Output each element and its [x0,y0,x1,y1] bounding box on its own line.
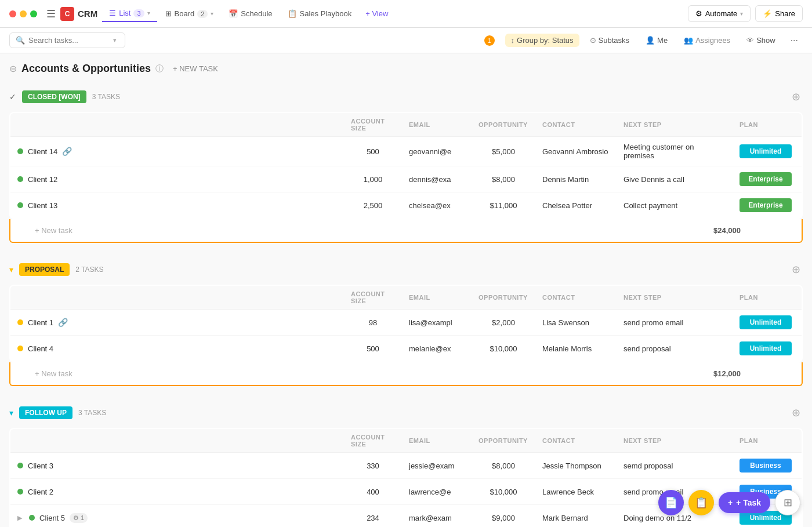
clipboard-icon: 📋 [695,496,708,509]
more-options-btn[interactable]: ··· [786,33,803,48]
task-name-cell: Client 13 [10,192,344,219]
task-name-label[interactable]: Client 4 [28,344,53,353]
tab-sales-playbook[interactable]: 📋 Sales Playbook [281,6,359,21]
show-btn[interactable]: 👁 Show [741,34,781,47]
task-link-icon[interactable]: 🔗 [62,147,72,156]
task-contact: Dennis Martin [535,166,617,192]
task-email: mark@exam [402,505,472,528]
col-email-header: EMAIL [402,428,472,453]
hamburger-icon[interactable]: ☰ [46,8,56,20]
new-task-header-btn[interactable]: + NEW TASK [168,63,223,75]
task-plan: Unlimited [733,137,802,166]
task-next-step: Collect payment [617,192,733,219]
grid-view-btn[interactable]: ⊞ [775,490,800,515]
group-proposal: ▾ PROPOSAL 2 TASKS ⊕ ACCOUNT SIZE EMAIL … [9,259,803,386]
minimize-window-btn[interactable] [20,10,27,17]
task-name-label[interactable]: Client 13 [28,201,57,210]
task-account-size: 2,500 [344,192,402,219]
task-next-step: Give Dennis a call [617,166,733,192]
proposal-new-task-btn[interactable]: + New task [28,365,79,383]
task-name-label[interactable]: Client 1 [28,318,53,327]
task-opportunity: $2,000 [472,310,535,336]
task-account-size: 330 [344,453,402,479]
task-name-label[interactable]: Client 5 [39,514,65,522]
clipboard-btn[interactable]: 📋 [688,490,714,515]
search-input[interactable] [28,36,110,45]
notes-btn[interactable]: 📄 [658,490,684,515]
close-window-btn[interactable] [9,10,16,17]
share-button[interactable]: ⚡ Share [755,5,803,22]
maximize-window-btn[interactable] [30,10,37,17]
search-dropdown-icon[interactable]: ▾ [113,37,117,44]
subtasks-label: Subtasks [599,36,629,45]
automate-label: Automate [705,9,738,18]
subtask-icon-symbol: ⚙ [73,514,79,522]
group-closed-won-toggle[interactable]: ✓ [9,92,16,101]
subtask-count-badge[interactable]: ⚙ 1 [70,513,88,523]
group-by-label: Group by: Status [517,36,574,45]
task-opportunity: $10,000 [472,336,535,362]
add-view-btn[interactable]: + View [360,6,394,21]
task-contact: Melanie Morris [535,336,617,362]
info-icon[interactable]: ⓘ [155,64,164,74]
task-name-label[interactable]: Client 14 [28,147,57,156]
col-plan-header: PLAN [733,285,802,310]
task-name-cell: Client 1 🔗 [10,310,344,336]
task-account-size: 234 [344,505,402,528]
task-link-icon[interactable]: 🔗 [58,318,68,327]
group-by-btn[interactable]: ↕ Group by: Status [505,34,579,47]
subtasks-icon: ⊙ [590,36,596,45]
subtask-expand-icon[interactable]: ▶ [17,514,22,522]
col-account-size-header: ACCOUNT SIZE [344,428,402,453]
col-name-header [10,428,344,453]
group-proposal-toggle[interactable]: ▾ [9,265,13,274]
add-task-btn[interactable]: + + Task [719,492,770,513]
automate-button[interactable]: ⚙ Automate ▾ [688,5,751,22]
filter-count-btn[interactable]: 1 [478,33,501,48]
task-status-dot [29,515,35,521]
task-plan: Unlimited [733,336,802,362]
table-row: Client 3 330 jessie@exam $8,000 Jessie T… [10,453,802,479]
task-plan: Business [733,453,802,479]
task-name-label[interactable]: Client 2 [28,488,53,496]
search-box[interactable]: 🔍 ▾ [9,32,125,48]
tab-list[interactable]: ☰ List 3 ▾ [102,5,157,22]
task-name-label[interactable]: Client 12 [28,175,57,184]
group-follow-up-toggle[interactable]: ▾ [9,408,13,417]
col-contact-header: CONTACT [535,112,617,137]
closed-won-table: ACCOUNT SIZE EMAIL OPPORTUNITY CONTACT N… [9,112,803,219]
assignees-btn[interactable]: 👥 Assignees [678,34,736,47]
new-task-label: + NEW TASK [173,64,218,73]
filter-bar: 🔍 ▾ 1 ↕ Group by: Status ⊙ Subtasks 👤 Me… [0,28,812,53]
task-opportunity: $10,000 [472,479,535,505]
group-follow-up-header: ▾ FOLLOW UP 3 TASKS ⊕ [9,402,803,423]
window-controls [9,10,37,17]
col-next-step-header: NEXT STEP [617,285,733,310]
subtasks-btn[interactable]: ⊙ Subtasks [584,34,635,47]
automate-chevron: ▾ [740,10,743,17]
task-opportunity: $8,000 [472,453,535,479]
bottom-toolbar: 📄 📋 + + Task ⊞ [658,490,800,515]
task-status-dot [17,319,23,325]
task-plan: Unlimited [733,310,802,336]
task-email: jessie@exam [402,453,472,479]
group-follow-up-add-btn[interactable]: ⊕ [789,406,803,420]
task-name-label[interactable]: Client 3 [28,461,53,470]
task-email: lisa@exampl [402,310,472,336]
page-title: Accounts & Opportunities [21,63,151,75]
closed-won-new-task-btn[interactable]: + New task [28,221,79,239]
col-opportunity-header: OPPORTUNITY [472,112,535,137]
tab-schedule[interactable]: 📅 Schedule [222,6,279,21]
top-bar-right: ⚙ Automate ▾ ⚡ Share [688,5,803,22]
col-email-header: EMAIL [402,285,472,310]
tab-board[interactable]: ⊞ Board 2 ▾ [158,6,221,21]
group-proposal-add-btn[interactable]: ⊕ [789,263,803,277]
me-btn[interactable]: 👤 Me [640,34,673,47]
tab-list-label: List [119,9,130,17]
group-closed-won-add-btn[interactable]: ⊕ [789,90,803,104]
collapse-toggle[interactable]: ⊖ [9,63,17,74]
task-next-step: Meeting customer on premises [617,137,733,166]
tab-list-badge: 3 [133,9,144,17]
task-email: lawrence@e [402,479,472,505]
sales-playbook-icon: 📋 [288,9,297,18]
